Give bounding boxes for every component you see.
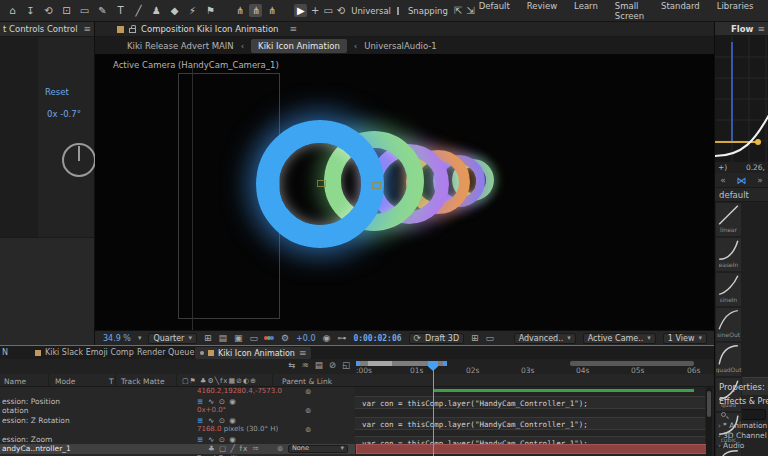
- row-value[interactable]: 0x+0.0°: [197, 406, 226, 416]
- expression-enable-icon[interactable]: ≡: [197, 397, 203, 407]
- breadcrumb-active[interactable]: Kiki Icon Animation: [251, 39, 347, 53]
- panel-menu-icon[interactable]: ≡: [757, 24, 765, 34]
- effects-category-item[interactable]: ›3D Channel: [715, 431, 768, 441]
- link-icon[interactable]: ⊚: [305, 387, 311, 397]
- layer-anchor-handle[interactable]: [317, 180, 326, 187]
- selection-tool-icon[interactable]: ▶: [294, 4, 307, 17]
- row-switch-icons[interactable]: ∿ ⊙ ◉: [208, 416, 237, 426]
- layer-anchor-handle[interactable]: [372, 182, 381, 189]
- breadcrumb-next[interactable]: UniversalAudio-1: [364, 41, 437, 51]
- mini-flowchart-icon[interactable]: ⇆: [288, 360, 295, 370]
- show-snapshot-icon[interactable]: ⊶: [337, 333, 346, 343]
- type-tool-icon[interactable]: T: [114, 5, 127, 16]
- transparency-grid-icon[interactable]: ▤: [218, 333, 227, 343]
- flow-preset-group-label[interactable]: default: [715, 187, 768, 202]
- add-vertex-icon[interactable]: +: [311, 5, 319, 16]
- eraser-tool-icon[interactable]: ◆: [168, 5, 181, 16]
- col-track-matte[interactable]: Track Matte: [121, 377, 165, 386]
- snapshot-camera-icon[interactable]: ◉: [323, 333, 331, 343]
- row-value[interactable]: 7168.0 pixels (30.0° H): [197, 425, 278, 435]
- panel-menu-icon[interactable]: ≡: [290, 24, 298, 34]
- magnification-value[interactable]: 34.9 %: [103, 334, 131, 343]
- layer-duration-bar[interactable]: [356, 444, 708, 454]
- rotate-mode-icon[interactable]: ⟲: [337, 5, 345, 16]
- expression-enable-icon[interactable]: ≡: [197, 416, 203, 426]
- effects-category-item[interactable]: ›* Animation Pre: [715, 421, 768, 431]
- panel-menu-icon[interactable]: ≡: [83, 24, 91, 34]
- angle-value[interactable]: 0x -0.7°: [47, 109, 81, 119]
- workspace-item[interactable]: Standard: [661, 1, 700, 21]
- viewer-tab-title[interactable]: Composition Kiki Icon Animation: [141, 24, 279, 34]
- mask-visibility-icon[interactable]: ▣: [234, 333, 243, 343]
- link-icon[interactable]: ⊚: [305, 406, 311, 416]
- wave-warp-icon[interactable]: ♒: [301, 360, 309, 370]
- parent-dropdown[interactable]: None▾: [288, 445, 348, 453]
- guides-icon[interactable]: ▭: [249, 333, 258, 343]
- angle-dial[interactable]: [62, 143, 96, 177]
- timeline-tab-render-queue[interactable]: Render Queue: [137, 348, 194, 357]
- flow-curve-graph[interactable]: [715, 36, 768, 162]
- timeline-row[interactable]: andyCa..ntroller_1 ♣ ▢ ╱ fx ♒ ⊚ None▾: [0, 444, 355, 454]
- col-mode[interactable]: Mode: [55, 377, 75, 386]
- view-axis-icon[interactable]: ⋔: [265, 4, 278, 17]
- renderer-dropdown[interactable]: Advanced..▾: [514, 333, 576, 344]
- timeline-tab-clipped[interactable]: N: [2, 348, 8, 357]
- col-switches-icons[interactable]: ▢⚑ ♣⚙╲fx▦⊘◐⊕: [182, 377, 257, 385]
- influence-bowtie-icon[interactable]: ⋈: [737, 175, 747, 186]
- expand-panel-icon[interactable]: ⇲: [466, 5, 474, 16]
- timeline-row[interactable]: 7168.0 pixels (30.0° H) ⊚ ▾: [0, 425, 355, 435]
- exposure-gear-icon[interactable]: ⚙: [281, 333, 289, 343]
- timeline-row[interactable]: otation 0x+0.0° ⊚ ▾: [0, 406, 355, 416]
- lock-icon[interactable]: [129, 28, 136, 33]
- timeline-row[interactable]: ession: Position ≡ ∿ ⊙ ◉ ▾: [0, 397, 355, 407]
- workspace-item[interactable]: Review: [527, 1, 557, 21]
- row-switch-icons[interactable]: ∿ ⊙ ◉: [208, 397, 237, 407]
- hand-tool-icon[interactable]: ↧: [24, 5, 37, 16]
- view-camera-dropdown[interactable]: Active Came..▾: [583, 333, 656, 344]
- resolution-dropdown[interactable]: Quarter▾: [148, 333, 196, 344]
- roi-icon[interactable]: ⊞: [204, 333, 212, 343]
- flow-preset-cell[interactable]: sineOut: [715, 307, 742, 342]
- puppet-pin-tool-icon[interactable]: ⚑: [204, 5, 217, 16]
- effect-controls-tab[interactable]: t Controls Control 3: [3, 24, 79, 34]
- frame-blend-icon[interactable]: ▤: [315, 360, 323, 370]
- workspace-item[interactable]: Libraries: [717, 1, 754, 21]
- breadcrumb-prev[interactable]: Kiki Release Advert MAIN: [127, 41, 234, 51]
- timeline-tab-active[interactable]: Kiki Icon Animation≡: [195, 347, 311, 359]
- flow-preset-cell[interactable]: easeIn: [715, 237, 742, 272]
- flow-panel-tab[interactable]: Flow: [731, 24, 753, 34]
- view-layout-dropdown[interactable]: 1 View▾: [663, 333, 707, 344]
- row-switch-icons[interactable]: ♣ ▢ ╱ fx ♒: [208, 444, 260, 454]
- rect-tool-icon[interactable]: ▭: [78, 5, 91, 16]
- prev-keyframe-icon[interactable]: «: [720, 175, 726, 185]
- timeline-scrollbar[interactable]: [706, 387, 712, 456]
- workspace-item[interactable]: Small Screen: [615, 1, 644, 21]
- camera-tool-icon[interactable]: ⊡: [60, 5, 73, 16]
- row-value[interactable]: 4160.2,19280.4,-7573.0: [197, 387, 282, 397]
- effects-presets-title[interactable]: Effects & Presets: [715, 395, 768, 408]
- world-axis-icon[interactable]: ⋔: [249, 4, 262, 17]
- draft-3d-button[interactable]: ⟳Draft 3D: [409, 333, 465, 344]
- pen-tool-icon[interactable]: ✎: [96, 5, 109, 16]
- roto-brush-tool-icon[interactable]: ⚡: [186, 5, 199, 16]
- channel-icon[interactable]: [265, 336, 274, 340]
- playhead[interactable]: [428, 361, 438, 371]
- current-timecode[interactable]: 0:00:02:06: [353, 334, 401, 343]
- next-keyframe-icon[interactable]: »: [757, 175, 763, 185]
- search-input[interactable]: [729, 411, 763, 418]
- timeline-row[interactable]: ession: Z Rotation ≡ ∿ ⊙ ◉ ▾: [0, 416, 355, 426]
- effects-category-item[interactable]: ›Audio: [715, 441, 768, 451]
- col-t[interactable]: T: [109, 377, 114, 386]
- link-icon[interactable]: ⊚: [305, 425, 311, 435]
- extended-viewer-icon[interactable]: ▭: [486, 333, 495, 343]
- timeline-row[interactable]: 4160.2,19280.4,-7573.0 ⊚ ▾: [0, 387, 355, 397]
- local-axis-icon[interactable]: ⋔: [233, 4, 246, 17]
- expression-field-z-rotation[interactable]: var con = thisComp.layer("HandyCam_Contr…: [355, 417, 705, 430]
- magnification-dropdown-icon[interactable]: ▾: [138, 334, 142, 342]
- flow-preset-cell[interactable]: sineIn: [715, 272, 742, 307]
- workspace-item[interactable]: Learn: [574, 1, 598, 21]
- home-tool-icon[interactable]: ⌂: [6, 5, 19, 16]
- rotate-tool-icon[interactable]: ⟲: [42, 5, 55, 16]
- row-switch-icons[interactable]: ∿ ⊙ ◉: [208, 435, 237, 445]
- expression-field-position[interactable]: var con = thisComp.layer("HandyCam_Contr…: [355, 396, 705, 409]
